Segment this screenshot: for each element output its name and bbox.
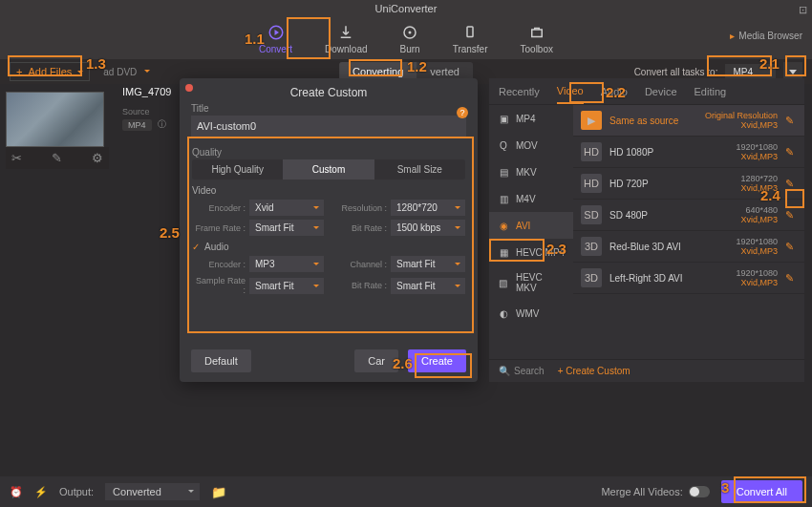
preset-icon: HD [581,174,602,193]
convert-all-label: Convert all tasks to: [634,67,718,77]
format-m4v[interactable]: ▥M4V [489,185,573,212]
a-samplerate-select[interactable]: Smart Fit [249,278,324,294]
media-browser-icon: ▸ [730,31,735,41]
v-framerate-select[interactable]: Smart Fit [249,220,324,236]
transfer-icon [460,23,480,42]
mp4-icon: ▣ [497,112,510,125]
annotation-2-5: 2.5 [160,224,180,241]
add-files-label: Add Files [28,66,72,77]
burn-icon [400,23,419,42]
preset-3d-redblue[interactable]: 3D Red-Blue 3D AVI 1920*1080Xvid,MP3 ✎ [573,231,804,263]
edit-preset-icon[interactable]: ✎ [785,146,797,158]
wmv-icon: ◐ [497,306,510,320]
tab-editing[interactable]: Editing [694,80,727,103]
window-control-icon[interactable]: ⊡ [799,4,808,13]
create-button[interactable]: Create [408,349,466,372]
nav-download-label: Download [325,44,367,54]
preset-icon: SD [581,205,602,224]
audio-check-icon[interactable]: ✓ [192,242,202,251]
edit-preset-icon[interactable]: ✎ [785,115,797,126]
v-encoder-label: Encoder : [192,203,246,213]
tab-video[interactable]: Video [557,79,584,104]
format-wmv[interactable]: ◐WMV [489,300,573,327]
a-channel-label: Channel : [333,260,387,269]
svg-marker-6 [789,70,797,74]
format-hevc-mkv[interactable]: ▧HEVC MKV [489,265,573,300]
annotation-2-4: 2.4 [760,187,780,203]
output-path-select[interactable]: Converted [105,483,200,500]
preset-same-as-source[interactable]: ▶ Same as source Original ResolutionXvid… [573,105,804,137]
preset-hd-1080p[interactable]: HD HD 1080P 1920*1080Xvid,MP3 ✎ [573,137,804,168]
preset-sd-480p[interactable]: SD SD 480P 640*480Xvid,MP3 ✎ [573,200,804,231]
audio-section-label: ✓Audio [192,242,465,252]
custom-title-input[interactable] [191,116,466,137]
download-icon [336,23,355,42]
file-list: ✂ ✎ ⚙ [0,84,115,177]
merge-toggle[interactable] [689,486,710,497]
quality-label: Quality [192,147,465,158]
edit-preset-icon[interactable]: ✎ [785,209,797,221]
format-mov[interactable]: QMOV [489,132,573,158]
nav-burn[interactable]: Burn [400,23,420,54]
mov-icon: Q [497,138,510,152]
schedule-icon[interactable]: ⏰ [10,486,23,498]
a-bitrate-label: Bit Rate : [333,281,387,290]
close-modal-icon[interactable] [185,84,193,92]
quality-custom[interactable]: Custom [283,159,374,180]
info-icon[interactable]: ⓘ [158,118,166,131]
annotation-2-2: 2.2 [606,84,626,100]
title-label: Title [191,103,466,114]
v-encoder-select[interactable]: Xvid [249,200,324,216]
gpu-icon[interactable]: ⚡ [34,486,48,498]
nav-transfer-label: Transfer [453,44,488,54]
nav-toolbox-label: Toolbox [521,44,553,54]
quality-small[interactable]: Small Size [374,159,465,180]
nav-toolbox[interactable]: Toolbox [521,23,553,54]
trim-icon[interactable]: ✂ [11,151,22,165]
format-panel: Recently Video Audio Device Editing ▣MP4… [489,78,804,382]
edit-preset-icon[interactable]: ✎ [785,241,797,252]
format-panel-footer: 🔍Search + Create Custom [489,359,804,382]
v-resolution-label: Resolution : [333,203,387,213]
edit-preset-icon[interactable]: ✎ [785,272,797,284]
tab-recently[interactable]: Recently [499,80,540,103]
v-bitrate-select[interactable]: 1500 kbps [391,220,465,236]
a-encoder-select[interactable]: MP3 [249,256,324,272]
convert-all-button[interactable]: Convert All [721,480,802,503]
video-section-label: Video [192,185,465,196]
search-presets[interactable]: 🔍Search [499,366,545,376]
nav-transfer[interactable]: Transfer [453,23,488,54]
annotation-2-3: 2.3 [546,241,566,257]
preset-3d-leftright[interactable]: 3D Left-Right 3D AVI 1920*1080Xvid,MP3 ✎ [573,263,804,294]
edit-preset-icon[interactable]: ✎ [785,178,797,189]
search-icon: 🔍 [499,366,510,376]
tab-device[interactable]: Device [645,80,677,103]
format-mkv[interactable]: ▤MKV [489,158,573,185]
create-custom-link[interactable]: + Create Custom [558,366,630,376]
quality-high[interactable]: High Quality [192,159,283,180]
output-label: Output: [59,486,94,497]
add-files-button[interactable]: + Add Files [10,62,90,81]
nav-burn-label: Burn [400,44,420,54]
default-button[interactable]: Default [191,349,251,372]
thumb-tools: ✂ ✎ ⚙ [6,147,109,169]
a-samplerate-label: Sample Rate : [192,276,246,295]
format-mp4[interactable]: ▣MP4 [489,105,573,132]
media-browser-link[interactable]: ▸ Media Browser [730,31,802,41]
format-avi[interactable]: ◉AVI [489,212,573,239]
v-framerate-label: Frame Rate : [192,223,246,233]
settings-icon[interactable]: ⚙ [92,151,103,165]
a-bitrate-select[interactable]: Smart Fit [391,278,465,294]
open-folder-icon[interactable]: 📁 [211,485,226,499]
svg-point-3 [409,31,412,33]
quality-tabs: High Quality Custom Small Size [192,159,465,180]
a-channel-select[interactable]: Smart Fit [391,256,465,272]
video-thumbnail[interactable] [6,92,104,147]
file-name: IMG_4709 [122,86,171,97]
edit-icon[interactable]: ✎ [52,151,62,165]
annotation-3: 3 [721,479,729,496]
help-icon[interactable]: ? [457,107,468,118]
load-dvd-button[interactable]: ad DVD [103,67,150,77]
v-resolution-select[interactable]: 1280*720 [391,200,465,216]
nav-download[interactable]: Download [325,23,367,54]
